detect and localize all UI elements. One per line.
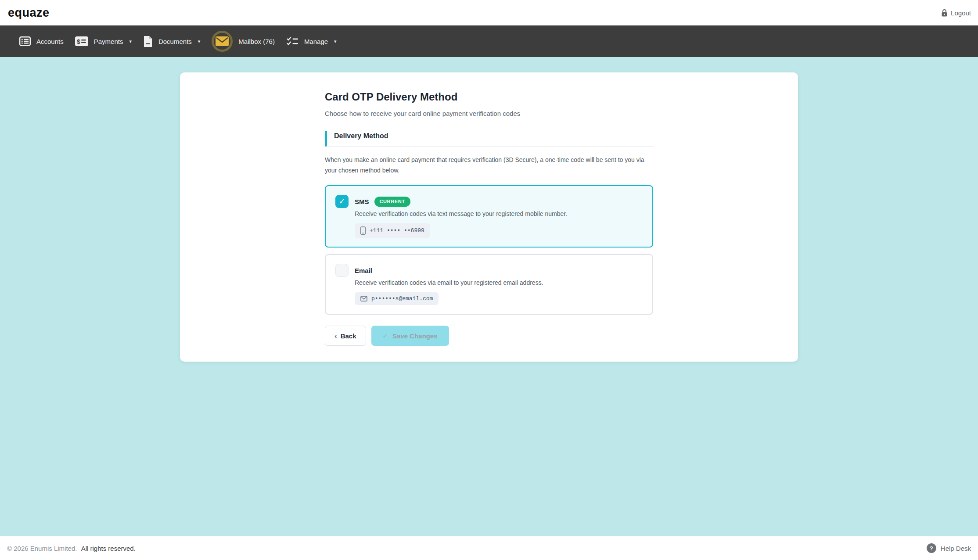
- nav-item-accounts[interactable]: Accounts: [19, 36, 64, 46]
- chevron-left-icon: ‹: [334, 332, 337, 340]
- option-header: SMS CURRENT: [355, 195, 643, 208]
- nav-item-label: Mailbox (76): [238, 38, 275, 45]
- copyright: © 2026 Enumis Limited. All rights reserv…: [7, 545, 136, 552]
- option-sms[interactable]: ✓ SMS CURRENT Receive verification codes…: [325, 185, 653, 248]
- option-description: Receive verification codes via email to …: [355, 279, 643, 287]
- save-button-label: Save Changes: [392, 332, 438, 340]
- option-label: SMS: [355, 198, 369, 205]
- nav-item-documents[interactable]: Documents ▾: [143, 36, 200, 47]
- option-email[interactable]: Email Receive verification codes via ema…: [325, 254, 653, 315]
- nav-item-label: Accounts: [36, 38, 64, 45]
- nav-item-label: Manage: [304, 38, 328, 45]
- option-description: Receive verification codes via text mess…: [355, 210, 643, 218]
- lock-icon: [941, 9, 948, 17]
- option-label: Email: [355, 267, 372, 274]
- copyright-text: © 2026 Enumis Limited.: [7, 545, 77, 552]
- option-body: SMS CURRENT Receive verification codes v…: [355, 195, 643, 238]
- save-changes-button[interactable]: ✓ Save Changes: [371, 326, 449, 346]
- back-button-label: Back: [341, 332, 356, 340]
- top-bar: equaze Logout: [0, 0, 978, 25]
- help-desk-label: Help Desk: [941, 545, 971, 552]
- masked-phone-value: +111 •••• ••6999: [355, 223, 430, 238]
- page-title: Card OTP Delivery Method: [325, 90, 653, 104]
- app-root: equaze Logout Accounts $: [0, 0, 978, 560]
- mailbox-ring: [212, 31, 233, 52]
- chevron-down-icon: ▾: [129, 39, 132, 44]
- otp-delivery-card: Card OTP Delivery Method Choose how to r…: [180, 72, 798, 362]
- card-inner: Card OTP Delivery Method Choose how to r…: [325, 90, 653, 346]
- footer: © 2026 Enumis Limited. All rights reserv…: [0, 536, 978, 560]
- chevron-down-icon: ▾: [334, 39, 337, 44]
- help-desk-button[interactable]: ? Help Desk: [927, 543, 971, 553]
- rights-text: All rights reserved.: [81, 545, 136, 552]
- brand-logo: equaze: [8, 6, 50, 20]
- section-header: Delivery Method: [325, 131, 653, 147]
- actions-row: ‹ Back ✓ Save Changes: [325, 326, 653, 346]
- nav-item-manage[interactable]: Manage ▾: [286, 36, 337, 46]
- section-description: When you make an online card payment tha…: [325, 154, 653, 176]
- check-icon: ✓: [383, 332, 388, 340]
- option-header: Email: [355, 264, 643, 277]
- question-icon: ?: [927, 543, 936, 553]
- payments-card-icon: $: [75, 36, 88, 46]
- nav-item-mailbox[interactable]: Mailbox (76): [212, 31, 275, 52]
- mailbox-envelope-icon: [216, 36, 229, 46]
- back-button[interactable]: ‹ Back: [325, 326, 366, 346]
- section-title: Delivery Method: [334, 132, 653, 140]
- masked-phone-text: +111 •••• ••6999: [370, 227, 424, 234]
- sms-checkbox[interactable]: ✓: [335, 195, 349, 208]
- nav-item-label: Payments: [94, 38, 123, 45]
- check-icon: ✓: [338, 197, 345, 205]
- svg-text:$: $: [77, 38, 80, 45]
- chevron-down-icon: ▾: [198, 39, 201, 44]
- logout-label: Logout: [951, 9, 971, 17]
- current-badge: CURRENT: [374, 197, 410, 207]
- masked-email-text: p••••••s@email.com: [371, 295, 433, 302]
- main-nav: Accounts $ Payments ▾ Documents ▾: [0, 25, 978, 57]
- page-subtitle: Choose how to receive your card online p…: [325, 109, 653, 118]
- nav-item-payments[interactable]: $ Payments ▾: [75, 36, 132, 46]
- logout-button[interactable]: Logout: [941, 9, 971, 17]
- option-body: Email Receive verification codes via ema…: [355, 264, 643, 305]
- checklist-icon: [286, 36, 298, 46]
- document-icon: [143, 36, 153, 47]
- main-content: Card OTP Delivery Method Choose how to r…: [0, 57, 978, 536]
- phone-icon: [360, 226, 366, 235]
- email-checkbox[interactable]: [335, 264, 349, 277]
- nav-item-label: Documents: [158, 38, 192, 45]
- list-icon: [19, 36, 31, 46]
- masked-email-value: p••••••s@email.com: [355, 292, 439, 305]
- envelope-icon: [360, 296, 367, 302]
